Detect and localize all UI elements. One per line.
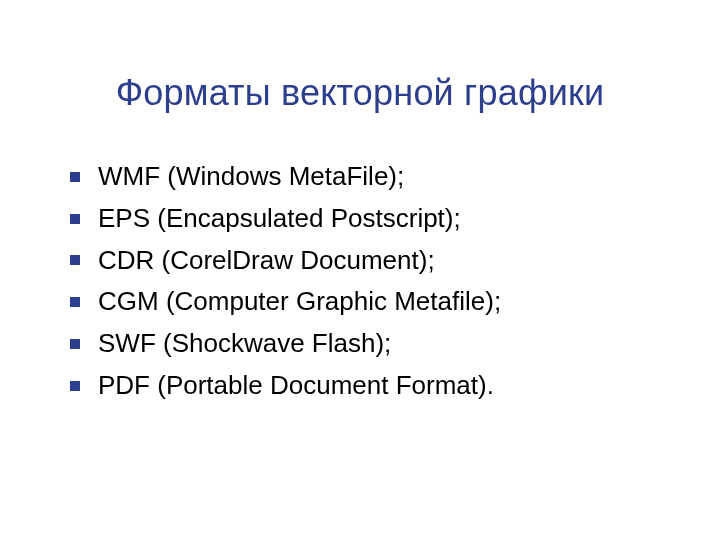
list-item-label: PDF (Portable Document Format).: [98, 369, 494, 403]
list-item-label: CGM (Computer Graphic Metafile);: [98, 285, 501, 319]
slide: Форматы векторной графики WMF (Windows M…: [0, 0, 720, 540]
slide-title: Форматы векторной графики: [0, 72, 720, 114]
square-bullet-icon: [70, 172, 80, 182]
list-item: EPS (Encapsulated Postscript);: [70, 202, 680, 236]
square-bullet-icon: [70, 381, 80, 391]
list-item-label: CDR (CorelDraw Document);: [98, 244, 435, 278]
list-item-label: WMF (Windows MetaFile);: [98, 160, 404, 194]
list-item: WMF (Windows MetaFile);: [70, 160, 680, 194]
square-bullet-icon: [70, 214, 80, 224]
list-item-label: SWF (Shockwave Flash);: [98, 327, 391, 361]
list-item: SWF (Shockwave Flash);: [70, 327, 680, 361]
list-item: CDR (CorelDraw Document);: [70, 244, 680, 278]
list-item: CGM (Computer Graphic Metafile);: [70, 285, 680, 319]
square-bullet-icon: [70, 339, 80, 349]
list-item-label: EPS (Encapsulated Postscript);: [98, 202, 461, 236]
square-bullet-icon: [70, 255, 80, 265]
square-bullet-icon: [70, 297, 80, 307]
list-item: PDF (Portable Document Format).: [70, 369, 680, 403]
bullet-list: WMF (Windows MetaFile); EPS (Encapsulate…: [70, 160, 680, 411]
